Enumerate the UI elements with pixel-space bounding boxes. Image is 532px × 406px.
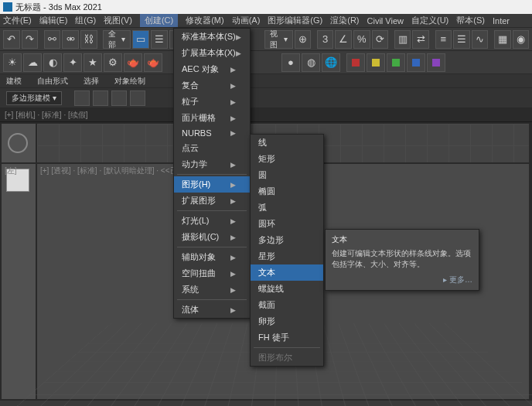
create-item[interactable]: 面片栅格▶ — [174, 110, 250, 126]
tooltip-body: 创建可编辑文本形状的样条线对象。选项包括字体、大小、对齐等。 — [332, 248, 472, 270]
tab-objectpaint[interactable]: 对象绘制 — [114, 76, 145, 87]
poly-icon-2[interactable] — [93, 90, 108, 106]
create-item[interactable]: 空间扭曲▶ — [174, 265, 250, 281]
curve-editor-icon[interactable]: ∿ — [472, 30, 489, 49]
shape-item[interactable]: 截面 — [251, 297, 323, 313]
menu-grapheditor[interactable]: 图形编辑器(G) — [268, 15, 322, 26]
viewport-top-left[interactable] — [2, 124, 36, 162]
window-title: 无标题 - 3ds Max 2021 — [15, 2, 102, 13]
unlink-icon[interactable]: ⚮ — [62, 30, 79, 49]
menu-group[interactable]: 组(G) — [75, 15, 96, 26]
globe-icon[interactable]: 🌐 — [322, 53, 340, 72]
tab-freeform[interactable]: 自由形式 — [37, 76, 68, 87]
tab-modeling[interactable]: 建模 — [6, 76, 22, 87]
viewcube-icon[interactable] — [8, 133, 28, 153]
teapot2-icon[interactable]: 🫖 — [144, 53, 162, 72]
create-item[interactable]: 粒子▶ — [174, 94, 250, 110]
tooltip-more-link[interactable]: ▸ 更多… — [332, 275, 472, 285]
create-item[interactable]: 辅助对象▶ — [174, 249, 250, 265]
link-icon[interactable]: ⚯ — [44, 30, 61, 49]
create-item[interactable]: NURBS▶ — [174, 126, 250, 140]
create-item[interactable]: 图形(H)▶ — [174, 176, 250, 193]
shape-item[interactable]: 圆环 — [251, 216, 323, 232]
menu-create[interactable]: 创建(C) — [140, 14, 178, 27]
shape-item[interactable]: 椭圆 — [251, 183, 323, 200]
menu-inter[interactable]: Inter — [493, 16, 510, 26]
angle-snap-button[interactable]: ∠ — [335, 30, 352, 49]
menu-render[interactable]: 渲染(R) — [330, 15, 359, 26]
poly-icon-1[interactable] — [74, 90, 90, 106]
layer-icon[interactable]: ☰ — [453, 30, 470, 49]
menu-anim[interactable]: 动画(A) — [232, 15, 261, 26]
create-item[interactable]: 灯光(L)▶ — [174, 213, 250, 229]
chip-yellow[interactable] — [367, 53, 385, 72]
select-name-button[interactable]: ☰ — [151, 30, 168, 49]
menu-script[interactable]: 帮本(S) — [456, 15, 485, 26]
star-icon[interactable]: ★ — [84, 53, 102, 72]
named-sel-icon[interactable]: ▥ — [394, 30, 411, 49]
ribbon-tabs: 建模 自由形式 选择 对象绘制 — [0, 74, 532, 88]
shape-item[interactable]: 矩形 — [251, 151, 323, 167]
polymodel-dropdown[interactable]: 多边形建模 ▾ — [6, 91, 62, 105]
create-item[interactable]: 扩展基本体(X)▶ — [174, 45, 250, 61]
menu-modifier[interactable]: 修改器(M) — [186, 15, 224, 26]
create-item[interactable]: 扩展图形▶ — [174, 193, 250, 209]
material-editor-button[interactable]: ◉ — [513, 30, 530, 49]
shape-item[interactable]: 卵形 — [251, 313, 323, 329]
shape-item[interactable]: 多边形 — [251, 232, 323, 248]
snap-toggle-button[interactable]: 3 — [317, 30, 334, 49]
schematic-icon[interactable]: ▦ — [494, 30, 511, 49]
create-item[interactable]: 流体▶ — [174, 302, 250, 318]
menu-view[interactable]: 视图(V) — [104, 15, 132, 26]
menu-edit[interactable]: 编辑(E) — [39, 15, 68, 26]
viewport-bl-label: [左] — [5, 165, 17, 176]
create-item[interactable]: 复合▶ — [174, 77, 250, 94]
create-item[interactable]: 动力学▶ — [174, 156, 250, 172]
sphere-icon[interactable]: ● — [281, 53, 300, 72]
tab-select[interactable]: 选择 — [84, 76, 99, 87]
bind-icon[interactable]: ⛓ — [80, 30, 97, 49]
menubar: 文件(E) 编辑(E) 组(G) 视图(V) 创建(C) 修改器(M) 动画(A… — [0, 14, 532, 28]
create-item[interactable]: AEC 对象▶ — [174, 61, 250, 77]
create-item[interactable]: 点云 — [174, 140, 250, 156]
sphere2-icon[interactable]: ◍ — [302, 53, 320, 72]
shape-item[interactable]: 螺旋线 — [251, 281, 323, 297]
shape-item[interactable]: 星形 — [251, 248, 323, 264]
mirror-button[interactable]: ⇄ — [412, 30, 429, 49]
chip-red[interactable] — [346, 53, 365, 72]
spinner-snap-button[interactable]: ⟳ — [372, 30, 389, 49]
shape-item[interactable]: 圆 — [251, 167, 323, 183]
create-item[interactable]: 摄影机(C)▶ — [174, 229, 250, 245]
create-item[interactable]: 系统▶ — [174, 281, 250, 298]
menu-customize[interactable]: 自定义(U) — [411, 15, 448, 26]
render-setup-icon[interactable]: ⚙ — [104, 53, 122, 72]
chip-green[interactable] — [387, 53, 405, 72]
shape-item[interactable]: 文本 — [251, 264, 323, 281]
viewport-bottom-left[interactable]: [左] — [2, 164, 36, 399]
cloud-icon[interactable]: ☁ — [23, 53, 42, 72]
percent-snap-button[interactable]: % — [353, 30, 370, 49]
selection-filter-dropdown[interactable]: 全部 ▾ — [103, 30, 131, 49]
shape-item[interactable]: 线 — [251, 135, 323, 151]
shape-item[interactable]: 弧 — [251, 200, 323, 216]
pivot-icon[interactable]: ⊕ — [295, 30, 312, 49]
teapot-icon[interactable]: 🫖 — [124, 53, 142, 72]
create-item[interactable]: 标准基本体(S)▶ — [174, 29, 250, 45]
chip-purple[interactable] — [427, 53, 445, 72]
sun-icon[interactable]: ☀ — [3, 53, 22, 72]
undo-button[interactable]: ↶ — [3, 30, 20, 49]
polygon-model-bar: 多边形建模 ▾ — [0, 88, 532, 108]
ref-coord-dropdown[interactable]: 视图 ▾ — [264, 30, 292, 49]
shape-item[interactable]: FH 徒手 — [251, 329, 323, 346]
secondary-toolbar: ☀ ☁ ◐ ✦ ★ ⚙ 🫖 🫖 ● ◍ 🌐 — [0, 51, 532, 74]
menu-civilview[interactable]: Civil View — [367, 16, 404, 26]
quality-icon[interactable]: ◐ — [43, 53, 62, 72]
poly-icon-3[interactable] — [111, 90, 127, 106]
poly-icon-4[interactable] — [130, 90, 145, 106]
menu-file[interactable]: 文件(E) — [3, 15, 32, 26]
align-button[interactable]: ≡ — [435, 30, 452, 49]
select-object-button[interactable]: ▭ — [132, 30, 149, 49]
chip-blue[interactable] — [407, 53, 425, 72]
glow-icon[interactable]: ✦ — [63, 53, 82, 72]
redo-button[interactable]: ↷ — [22, 30, 39, 49]
